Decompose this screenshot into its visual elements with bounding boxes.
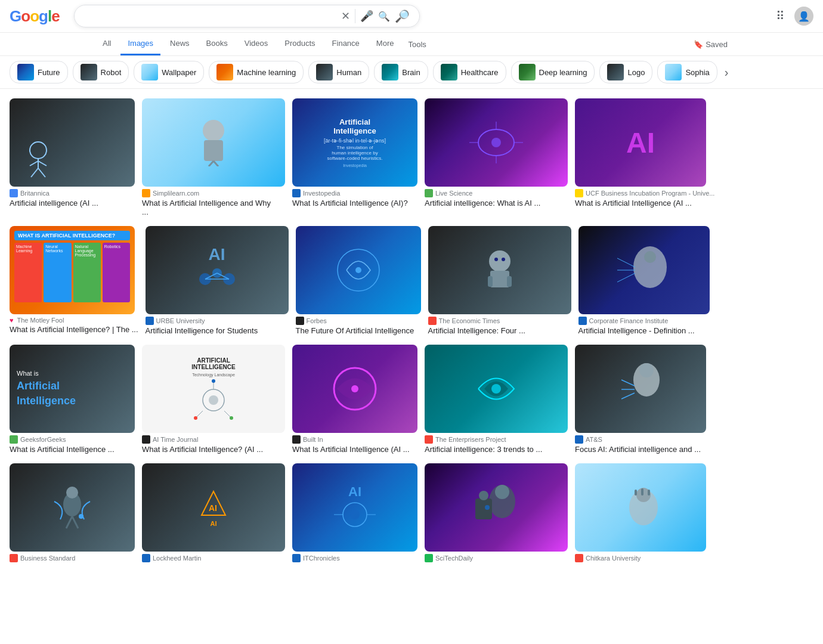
chip-img-human	[316, 64, 333, 80]
svg-line-8	[209, 161, 214, 166]
image-card[interactable]: Built In What Is Artificial Intelligence…	[292, 345, 417, 454]
mic-icon[interactable]: 🎤	[360, 10, 373, 23]
svg-rect-70	[648, 490, 650, 496]
search-submit-icon[interactable]: 🔎	[395, 9, 410, 23]
nav-all[interactable]: All	[95, 33, 118, 55]
svg-point-36	[209, 395, 218, 405]
image-card[interactable]: The Enterprisers Project Artificial inte…	[425, 345, 568, 454]
nav-products[interactable]: Products	[277, 33, 322, 55]
header-right: ⠿ 👤	[776, 7, 813, 26]
svg-point-62	[495, 485, 509, 499]
svg-point-6	[203, 120, 224, 141]
svg-line-53	[66, 516, 72, 528]
svg-point-23	[355, 267, 361, 273]
chip-img-future	[17, 64, 34, 80]
chip-label-brain: Brain	[402, 68, 420, 77]
save-icon: 🔖	[694, 40, 703, 49]
svg-point-0	[30, 142, 47, 159]
clear-icon[interactable]: ✕	[341, 10, 350, 23]
svg-line-54	[72, 516, 78, 528]
svg-point-40	[230, 416, 233, 420]
filter-chip-robot[interactable]: Robot	[73, 61, 129, 83]
image-card[interactable]: SciTechDaily	[425, 463, 568, 564]
svg-point-55	[79, 514, 83, 519]
nav-images[interactable]: Images	[120, 33, 160, 55]
image-card[interactable]: What isArtificialIntelligence GeeksforGe…	[10, 345, 135, 454]
filter-chip-healthcare[interactable]: Healthcare	[433, 61, 506, 83]
chip-label-machine-learning: Machine learning	[237, 68, 296, 77]
filter-chip-machine-learning[interactable]: Machine learning	[209, 61, 304, 83]
image-card[interactable]: Live Science Artificial intelligence: Wh…	[425, 98, 568, 216]
image-card[interactable]: AI ITChronicles	[292, 463, 417, 564]
avatar[interactable]: 👤	[794, 7, 813, 26]
filter-next-icon[interactable]: ›	[722, 63, 731, 82]
image-row-3: What isArtificialIntelligence GeeksforGe…	[10, 345, 813, 454]
svg-line-5	[38, 161, 47, 166]
nav-videos[interactable]: Videos	[237, 33, 276, 55]
chip-img-sophia	[665, 64, 682, 80]
svg-point-47	[639, 363, 654, 377]
lens-icon[interactable]: 🔍	[378, 11, 390, 22]
filter-chip-human[interactable]: Human	[308, 61, 369, 83]
chip-img-brain	[382, 64, 398, 80]
nav-more[interactable]: More	[369, 33, 401, 55]
chip-label-healthcare: Healthcare	[461, 68, 499, 77]
image-card[interactable]: AI URBE University Artificial Intelligen…	[146, 226, 289, 335]
nav-news[interactable]: News	[163, 33, 197, 55]
svg-point-24	[489, 250, 510, 272]
image-row-1: Britannica Artificial intelligence (AI .…	[10, 98, 813, 216]
image-card[interactable]: Britannica Artificial intelligence (AI .…	[10, 98, 135, 216]
image-card[interactable]: Chitkara University	[575, 463, 706, 564]
search-input[interactable]: artificial intelligence	[84, 11, 336, 21]
svg-point-29	[502, 258, 505, 261]
image-card[interactable]: ARTIFICIALINTELLIGENCE Technology Landsc…	[142, 345, 285, 454]
apps-icon[interactable]: ⠿	[776, 9, 785, 23]
svg-rect-27	[507, 276, 512, 287]
image-card[interactable]: The Economic Times Artificial Intelligen…	[428, 226, 571, 335]
svg-rect-7	[204, 140, 223, 161]
svg-line-4	[30, 161, 38, 166]
chip-label-human: Human	[336, 68, 361, 77]
filter-chip-future[interactable]: Future	[10, 61, 68, 83]
image-grid: Britannica Artificial intelligence (AI .…	[0, 89, 823, 583]
svg-line-34	[617, 273, 635, 282]
chip-img-healthcare	[441, 64, 457, 80]
svg-point-64	[479, 491, 488, 500]
svg-line-39	[224, 411, 230, 417]
svg-line-50	[621, 393, 635, 399]
header: Google artificial intelligence ✕ 🎤 🔍 🔎 ⠿…	[0, 0, 823, 33]
nav-books[interactable]: Books	[199, 33, 235, 55]
chip-label-wallpaper: Wallpaper	[162, 68, 196, 77]
filter-chip-sophia[interactable]: Sophia	[657, 61, 717, 83]
filter-chip-logo[interactable]: Logo	[599, 61, 652, 83]
filter-chip-deep-learning[interactable]: Deep learning	[511, 61, 595, 83]
image-card[interactable]: Forbes The Future Of Artificial Intellig…	[296, 226, 421, 335]
svg-point-52	[66, 487, 78, 499]
image-card[interactable]: WHAT IS ARTIFICIAL INTELLIGENCE? Machine…	[10, 226, 138, 335]
image-card[interactable]: Simplilearn.com What is Artificial Intel…	[142, 98, 285, 216]
filter-chip-wallpaper[interactable]: Wallpaper	[134, 61, 204, 83]
svg-line-3	[38, 168, 45, 177]
saved-button[interactable]: 🔖 Saved	[694, 40, 728, 49]
image-card[interactable]: ArtificialIntelligence [är-tə-fi-shəl in…	[292, 98, 417, 216]
chip-label-robot: Robot	[101, 68, 122, 77]
svg-point-44	[351, 385, 358, 392]
tools-button[interactable]: Tools	[403, 34, 431, 55]
chip-label-logo: Logo	[627, 68, 645, 77]
image-card[interactable]: Business Standard	[10, 463, 135, 564]
filter-chip-brain[interactable]: Brain	[374, 61, 428, 83]
image-card[interactable]: AT&S Focus AI: Artificial intelligence a…	[575, 345, 706, 454]
svg-rect-69	[641, 488, 643, 496]
svg-line-32	[617, 258, 635, 267]
nav-finance[interactable]: Finance	[325, 33, 367, 55]
svg-line-2	[31, 168, 38, 177]
image-card[interactable]: Corporate Finance Institute Artificial I…	[578, 226, 710, 335]
svg-rect-68	[635, 490, 637, 496]
image-card[interactable]: AI AI Lockheed Martin	[142, 463, 285, 564]
svg-point-11	[491, 138, 501, 147]
svg-point-45	[491, 384, 501, 394]
image-card[interactable]: AI UCF Business Incubation Program - Uni…	[575, 98, 714, 216]
nav-bar: All Images News Books Videos Products Fi…	[0, 33, 823, 56]
svg-line-48	[621, 380, 635, 386]
image-row-2: WHAT IS ARTIFICIAL INTELLIGENCE? Machine…	[10, 226, 813, 335]
